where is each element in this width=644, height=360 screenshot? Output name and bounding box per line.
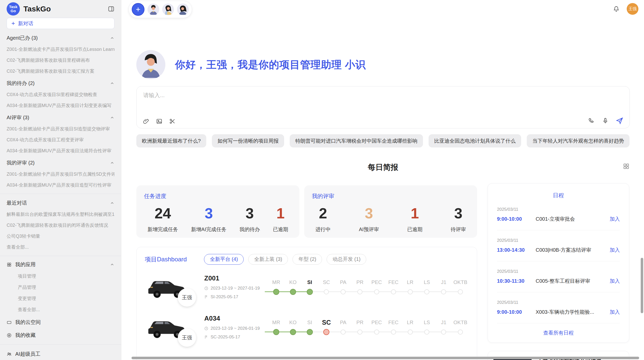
sidebar-divider <box>0 256 121 256</box>
chat-input[interactable] <box>143 92 488 99</box>
filter-all-new-platform[interactable]: 全新平台 (4) <box>204 254 244 265</box>
sidebar-item[interactable]: Z001-全新燃油轻卡产品开发项目SI造型提交物评审 <box>7 126 114 132</box>
suggestion-chip[interactable]: 欧洲新规最近颁布了什么? <box>136 134 206 147</box>
sidebar-item[interactable]: Z001-全新燃油皮卡产品开发项目SI节点Lesson Learn报告 <box>7 46 114 52</box>
schedule-item: 2025/03/11 9:00-10:00 C001-立项审批会 加入 <box>497 199 620 230</box>
flag-icon <box>204 335 208 339</box>
suggestion-chip[interactable]: 比亚迪全固态电池计划具体说了什么 <box>429 134 521 147</box>
agent-avatar-2[interactable] <box>162 4 174 15</box>
stat-value: 2 <box>315 205 331 221</box>
stats-row: 任务进度 24 新增完成任务 3 新增AI完成任务 <box>136 185 477 238</box>
milestone-dot <box>441 329 446 335</box>
section-title: 最近对话 <box>7 200 27 206</box>
milestone-dot-done <box>307 329 313 335</box>
apps-view-all[interactable]: 查看全部... <box>18 307 114 313</box>
ai-super-staff[interactable]: AI超级员工 <box>7 351 114 357</box>
recent-chat-item[interactable]: 公司Q3轻卡销量 <box>7 233 114 239</box>
recent-chat-item[interactable]: 解释最新出台的欧盟报废车法规再生塑料比例被调至15%... <box>7 211 114 217</box>
task-progress-title: 任务进度 <box>144 192 292 200</box>
app-title: TaskGo <box>23 5 108 13</box>
project-car-image: 王强 <box>145 272 188 302</box>
sidebar-item[interactable]: C02-飞腾新能源轻客改款项目立项汇报方案 <box>7 68 114 74</box>
image-icon[interactable] <box>156 118 163 125</box>
milestone-node: SC <box>318 279 335 295</box>
microphone-icon[interactable] <box>602 117 609 124</box>
filter-year-model[interactable]: 年型 (2) <box>292 254 322 265</box>
agent-avatar-3[interactable] <box>177 4 189 15</box>
join-meeting-link[interactable]: 加入 <box>610 278 620 284</box>
plus-icon <box>11 21 16 26</box>
filter-powertrain[interactable]: 动总开发 (1) <box>327 254 366 265</box>
milestone-node: SI <box>301 319 318 335</box>
briefing-row: 任务进度 24 新增完成任务 3 新增AI完成任务 <box>136 183 630 360</box>
sidebar-item[interactable]: C02-飞腾新能源轻客改款项目里程碑画布 <box>7 57 114 63</box>
send-icon[interactable] <box>616 117 623 125</box>
milestone-dot <box>424 329 429 335</box>
app-item-project-mgmt[interactable]: 项目管理 <box>18 273 114 279</box>
section-my-review[interactable]: 我的评审 (2) <box>7 159 114 166</box>
stat-label: 待评审 <box>451 226 466 233</box>
section-ai-review[interactable]: AI评审 (3) <box>7 114 114 121</box>
my-cloud-space[interactable]: 我的云空间 <box>7 319 114 326</box>
view-all-schedule-link[interactable]: 查看所有日程 <box>497 323 620 341</box>
section-recent-chats[interactable]: 最近对话 <box>7 200 114 206</box>
schedule-item: 2025/03/11 9:00-10:00 X003-车辆动力学性能验... 加… <box>497 292 620 323</box>
attachment-icon[interactable] <box>143 118 149 125</box>
stat-label: 我的待办 <box>240 226 260 233</box>
sidebar-item[interactable]: Z001-全新燃油轻卡产品开发项目SI节点属性5D文件评审 <box>7 171 114 177</box>
phone-icon[interactable] <box>588 117 595 124</box>
suggestion-chip[interactable]: 当下年轻人对汽车外观有怎样的喜好趋势 <box>527 134 630 147</box>
app-item-product-mgmt[interactable]: 产品管理 <box>18 284 114 290</box>
project-date-range: 2023-12-19 ~ 2027-01-19 <box>211 286 260 291</box>
ai-super-staff-label: AI超级员工 <box>15 351 40 357</box>
section-my-todo[interactable]: 我的待办 (2) <box>7 80 114 87</box>
recent-view-all[interactable]: 查看全部... <box>7 244 114 250</box>
schedule-time: 13:00-14:30 <box>497 247 536 253</box>
horizontal-scrollbar[interactable] <box>131 357 639 359</box>
my-favorites-label: 我的收藏 <box>15 332 36 339</box>
section-agent-done[interactable]: Agent已办 (3) <box>7 35 114 41</box>
project-owner-badge: 王强 <box>178 288 196 307</box>
people-icon <box>7 352 12 357</box>
join-meeting-link[interactable]: 加入 <box>610 309 620 316</box>
chat-input-box[interactable] <box>136 86 630 128</box>
sidebar-item[interactable]: A034-全新新能源MUV产品开发项目造型可行性评审 <box>7 182 114 188</box>
suggestion-chip[interactable]: 如何写一份清晰的项目周报 <box>212 134 284 147</box>
stat-my-todo: 3 我的待办 <box>240 205 260 233</box>
milestone-node: LS <box>418 279 435 295</box>
collapse-sidebar-icon[interactable] <box>108 6 114 12</box>
milestone-node: PR <box>352 319 368 335</box>
user-avatar[interactable]: 王强 <box>627 3 638 15</box>
recent-chat-item[interactable]: C02-飞腾新能源轻客改款项目的闭环通告反馈情况 <box>7 222 114 228</box>
project-node-label: SC-2025-05-17 <box>211 335 240 340</box>
sidebar-item[interactable]: C0X4-动力总成开发项目SI里程碑提交物检查 <box>7 92 114 98</box>
app-root: Task Go TaskGo 新对话 Agent已办 (3) Z001-全新燃油… <box>0 0 644 360</box>
join-meeting-link[interactable]: 加入 <box>610 247 620 253</box>
add-agent-button[interactable] <box>132 3 144 16</box>
filter-new-top[interactable]: 全新上装 (3) <box>248 254 288 265</box>
sidebar-item[interactable]: A034-全新新能源MUV产品开发项目法规符合性评审 <box>7 148 114 154</box>
new-chat-button[interactable]: 新对话 <box>7 18 114 29</box>
suggestion-chip[interactable]: 特朗普可能对进口汽车增税会对中国车企造成哪些影响 <box>290 134 423 147</box>
layout-grid-icon[interactable] <box>623 163 630 171</box>
project-info: A034 2023-12-19 ~ 2026-01-19 SC-2025-05-… <box>204 314 266 340</box>
vertical-scrollbar[interactable] <box>641 258 643 313</box>
join-meeting-link[interactable]: 加入 <box>610 216 620 222</box>
stat-label: 进行中 <box>315 226 331 233</box>
scissors-icon[interactable] <box>169 118 176 125</box>
agent-avatar-1[interactable] <box>148 4 159 15</box>
schedule-title: 日程 <box>497 192 620 199</box>
app-item-change-mgmt[interactable]: 变更管理 <box>18 295 114 302</box>
notification-bell-icon[interactable] <box>613 6 620 12</box>
daily-briefing-title: 每日简报 <box>368 163 398 171</box>
my-favorites[interactable]: 我的收藏 <box>7 332 114 339</box>
milestone-node: KO <box>285 279 301 295</box>
sidebar-item[interactable]: A034-全新新能源MUV产品开发项目计划变更表编写 <box>7 102 114 109</box>
my-apps-header[interactable]: 我的应用 <box>7 261 114 268</box>
milestone-node: MR <box>268 279 285 295</box>
project-row-z001[interactable]: 王强 Z001 2023-12-19 ~ 2027-01-19 <box>145 270 469 304</box>
sidebar-item[interactable]: C0X4-动力总成开发项目工程变更评审 <box>7 137 114 143</box>
cloud-space-icon <box>7 320 12 325</box>
milestone-dot <box>424 289 429 294</box>
project-row-a034[interactable]: 王强 A034 2023-12-19 ~ 2026-01-19 <box>145 310 469 344</box>
